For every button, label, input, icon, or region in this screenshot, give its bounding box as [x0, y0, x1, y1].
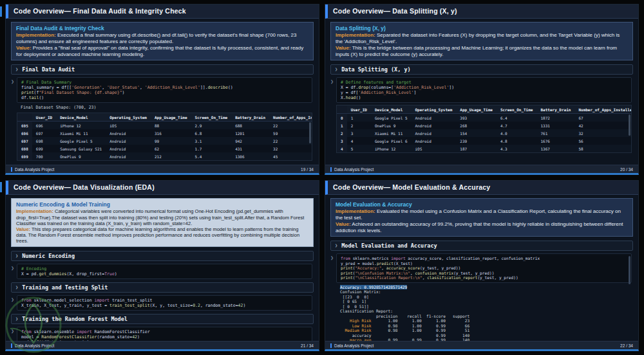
table-cell: 6.4 — [497, 114, 537, 122]
code-block[interactable]: from sklearn.ensemble import RandomFores… — [17, 327, 312, 341]
slide-21: Code Overview— Data Visualization (EDA) … — [5, 180, 319, 351]
chevron-right-icon: ❯ — [335, 67, 337, 72]
edge-marker — [0, 182, 2, 192]
footer-page-number: 21 / 34 — [301, 343, 314, 348]
slide-title: Code Overview— Data Visualization (EDA) — [14, 183, 155, 191]
code-line: from sklearn.metrics import accuracy_sco… — [341, 256, 627, 261]
section-title: Data Splitting (X, y) — [341, 66, 410, 73]
slide-footer: Data Analysis Project 20 / 34 — [325, 165, 638, 173]
implementation-text: Separated the dataset into Features (X) … — [336, 32, 620, 44]
cell-collapse-icon[interactable]: ❯ — [11, 264, 17, 279]
table-cell: 688 — [231, 122, 269, 130]
table-cell: 1367 — [536, 145, 574, 152]
footer-project: Data Analysis Project — [11, 343, 54, 348]
table-cell: 58 — [574, 145, 632, 152]
slide-footer: Data Analysis Project 19 / 34 — [6, 165, 319, 173]
table-cell: 268 — [456, 122, 497, 129]
cell-collapse-icon[interactable]: ❯ — [330, 253, 336, 341]
table-cell: Google Pixel 5 — [371, 114, 412, 122]
section-title: Numeric Encoding — [22, 253, 75, 259]
table-index-cell: 2 — [337, 129, 347, 137]
chevron-right-icon: ❯ — [15, 285, 18, 290]
table-cell: 1201 — [231, 129, 269, 137]
chevron-right-icon: ❯ — [15, 253, 18, 259]
value-label: Value: — [16, 45, 32, 51]
implementation-text: Executed a final summary using df.descri… — [16, 32, 297, 44]
section-header-training-random-forest[interactable]: ❯ Training the Random Forest Model — [11, 314, 314, 324]
output-scrollbar[interactable] — [629, 256, 630, 284]
info-implementation: Implementation: Evaluated the model usin… — [336, 208, 628, 221]
value-label: Value: — [336, 221, 351, 227]
code-line: accuracy 0.99 140 — [340, 333, 628, 338]
value-text: Provides a "final seal of approval" on d… — [16, 45, 303, 57]
table-header-cell: Operating_System — [106, 113, 151, 122]
implementation-label: Implementation: — [16, 32, 56, 38]
section-header-data-splitting[interactable]: ❯ Data Splitting (X, y) — [330, 64, 633, 75]
code-block[interactable]: # Define features and targetX = df.drop(… — [336, 77, 632, 103]
footer-accent-bar — [11, 167, 12, 172]
table-header-cell: User_ID — [347, 105, 371, 114]
table-header-cell: User_ID — [32, 113, 56, 122]
slide-footer: Data Analysis Project 22 / 34 — [325, 341, 638, 349]
table-cell: Android — [412, 137, 457, 145]
footer-accent-bar — [330, 343, 332, 348]
slide-footer: Data Analysis Project 21 / 34 — [6, 341, 319, 349]
table-cell: Samsung Galaxy S21 — [56, 145, 106, 152]
code-line: X_train, X_test, y_train, y_test = train… — [21, 303, 308, 308]
table-row: 34Google Pixel 6Android2394.816765687120… — [337, 137, 632, 145]
table-cell: 3.1 — [191, 137, 232, 145]
cell-collapse-icon[interactable]: ❯ — [11, 295, 17, 311]
table-cell: 67 — [574, 114, 632, 122]
table-cell: Android — [106, 145, 151, 152]
table-cell: 59 — [269, 129, 312, 137]
slide-content: Numeric Encoding & Model Training Implem… — [6, 195, 319, 341]
table-scrollbar[interactable] — [309, 122, 311, 143]
cell-collapse-icon[interactable]: ❯ — [11, 77, 17, 111]
cell-collapse-icon[interactable]: ❯ — [330, 77, 336, 103]
table-cell: 45 — [269, 152, 312, 160]
table-header-cell: Screen_On_Time — [191, 113, 232, 122]
cell-output: Accuracy: 0.9928571428571429Confusion Ma… — [336, 283, 632, 341]
table-header-cell: App_Usage_Time — [151, 113, 191, 122]
dataframe-head-table: User_IDDevice_ModelOperating_SystemApp_U… — [336, 105, 632, 153]
value-label: Value: — [16, 226, 30, 232]
cell-output: Final Dataset Shape: (700, 23) — [17, 103, 312, 111]
table-index-cell: 697 — [17, 137, 32, 145]
footer-project: Data Analysis Project — [330, 167, 374, 172]
code-cell: ❯ from sklearn.model_selection import tr… — [11, 295, 312, 311]
info-box: Data Splitting (X, y) Implementation: Se… — [330, 22, 633, 60]
code-line: Final Dataset Shape: (700, 23) — [21, 105, 308, 110]
code-line: X.head() — [341, 95, 627, 100]
table-cell: Android — [412, 129, 457, 137]
info-box: Numeric Encoding & Model Training Implem… — [11, 198, 314, 247]
code-block[interactable]: from sklearn.metrics import accuracy_sco… — [336, 253, 632, 283]
section-header-final-data-audit[interactable]: ❯ Final Data Audit — [11, 64, 314, 75]
code-line: [[23 0 0] — [340, 295, 628, 300]
table-scrollbar[interactable] — [629, 114, 630, 136]
table-cell: Android — [412, 114, 457, 122]
code-block[interactable]: # Final Data Summaryfinal_summary = df[[… — [17, 77, 312, 103]
table-cell: 700 — [32, 152, 56, 160]
section-header-train-test-split[interactable]: ❯ Training and Testing Split — [11, 282, 314, 293]
section-title: Model Evaluation and Accuracy — [341, 242, 437, 249]
table-row: 695696iPhone 12iOS882.96882218826Male2 — [17, 122, 312, 130]
code-line: final_summary = df[['Generation', 'User_… — [21, 85, 308, 90]
section-header-numeric-encoding[interactable]: ❯ Numeric Encoding — [11, 251, 314, 261]
table-row: 01Google Pixel 5Android3936.418726711224… — [337, 114, 632, 122]
code-line: precision recall f1-score support — [340, 314, 628, 319]
code-block[interactable]: from sklearn.model_selection import trai… — [17, 295, 312, 311]
table-cell: 22 — [269, 122, 312, 130]
table-cell: 3 — [347, 129, 371, 137]
section-header-model-evaluation[interactable]: ❯ Model Evaluation and Accuracy — [330, 241, 633, 251]
table-cell: 697 — [32, 129, 56, 137]
slide-content: Model Evaluation & Accuracy Implementati… — [325, 195, 638, 341]
table-cell: 431 — [231, 145, 269, 152]
slide-title-bar: Code Overview— Final Data Audit & Integr… — [6, 5, 319, 19]
table-index-cell: 4 — [337, 145, 347, 152]
table-cell: 187 — [456, 145, 497, 152]
code-block[interactable]: # EncodingX = pd.get_dummies(X, drop_fir… — [17, 264, 312, 279]
cell-collapse-icon[interactable]: ❯ — [11, 327, 17, 341]
table-header-cell: Screen_On_Time — [497, 105, 537, 114]
table-cell: 699 — [32, 145, 56, 152]
info-value: Value: This step prepares categorical da… — [16, 226, 308, 244]
